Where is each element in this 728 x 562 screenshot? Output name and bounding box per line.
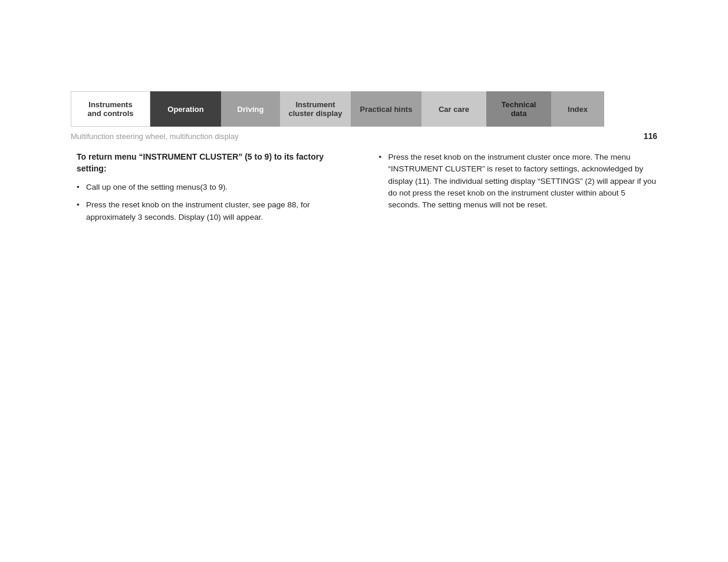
breadcrumb-text: Multifunction steering wheel, multifunct… [71,132,632,141]
content-area: To return menu “INSTRUMENT CLUSTER” (5 t… [71,151,657,229]
page-number: 116 [644,131,657,141]
left-column: To return menu “INSTRUMENT CLUSTER” (5 t… [71,151,355,229]
navigation-bar: Instrumentsand controls Operation Drivin… [71,91,657,127]
nav-label-technical: Technicaldata [501,100,536,118]
nav-item-index[interactable]: Index [551,91,604,127]
nav-label-driving: Driving [238,105,264,114]
nav-item-car-care[interactable]: Car care [421,91,486,127]
nav-item-instrument-cluster[interactable]: Instrumentcluster display [280,91,351,127]
nav-label-instruments: Instrumentsand controls [87,100,133,118]
nav-label-index: Index [568,105,588,114]
left-bullet-list: Call up one of the setting menus(3 to 9)… [77,181,355,223]
left-bullet-1: Call up one of the setting menus(3 to 9)… [77,181,355,193]
nav-label-instrument-cluster: Instrumentcluster display [288,100,342,118]
nav-label-practical: Practical hints [360,105,413,114]
right-column: Press the reset knob on the instrument c… [373,151,658,229]
breadcrumb-bar: Multifunction steering wheel, multifunct… [71,127,657,146]
nav-item-practical[interactable]: Practical hints [351,91,421,127]
nav-item-technical[interactable]: Technicaldata [486,91,551,127]
right-bullet-list: Press the reset knob on the instrument c… [379,151,658,211]
section-title: To return menu “INSTRUMENT CLUSTER” (5 t… [77,151,355,174]
left-bullet-2: Press the reset knob on the instrument c… [77,199,355,223]
nav-label-car-care: Car care [439,105,469,114]
nav-item-operation[interactable]: Operation [150,91,221,127]
nav-label-operation: Operation [167,105,203,114]
nav-item-instruments[interactable]: Instrumentsand controls [71,91,150,127]
nav-item-driving[interactable]: Driving [221,91,280,127]
right-bullet-1: Press the reset knob on the instrument c… [379,151,658,211]
